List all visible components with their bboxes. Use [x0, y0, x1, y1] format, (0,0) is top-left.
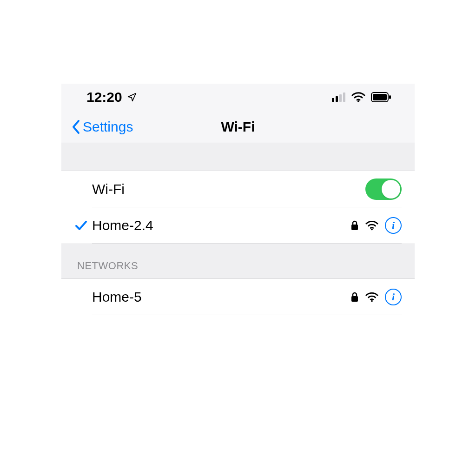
wifi-signal-icon	[365, 220, 378, 231]
checkmark-icon	[70, 218, 92, 232]
info-icon[interactable]: i	[385, 289, 402, 305]
network-row-trailing: i	[345, 289, 402, 305]
svg-rect-6	[373, 94, 387, 100]
svg-rect-3	[343, 93, 345, 102]
svg-rect-7	[389, 95, 391, 99]
lock-icon	[350, 291, 359, 303]
cellular-signal-icon	[332, 93, 346, 102]
status-bar: 12:20	[61, 84, 415, 111]
chevron-left-icon	[72, 119, 81, 134]
connected-network-row[interactable]: Home-2.4 i	[61, 207, 415, 244]
wifi-signal-icon	[365, 292, 378, 302]
wifi-settings-screen: 12:20	[61, 84, 415, 315]
wifi-toggle-label: Wi-Fi	[92, 181, 365, 197]
back-label: Settings	[83, 119, 133, 135]
svg-point-4	[357, 100, 359, 102]
wifi-toggle-switch[interactable]	[365, 178, 402, 200]
nav-bar: Settings Wi-Fi	[61, 111, 415, 143]
network-row-trailing: i	[345, 217, 402, 234]
svg-rect-8	[351, 225, 358, 230]
svg-rect-10	[351, 296, 358, 302]
lock-icon	[350, 220, 359, 231]
back-button[interactable]: Settings	[61, 119, 133, 135]
svg-rect-2	[339, 94, 342, 102]
section-spacer	[61, 143, 415, 171]
location-arrow-icon	[127, 92, 137, 102]
network-name: Home-5	[92, 289, 345, 305]
status-time: 12:20	[86, 89, 122, 105]
page-title: Wi-Fi	[221, 119, 255, 135]
status-bar-left: 12:20	[86, 89, 137, 105]
svg-rect-1	[336, 96, 338, 102]
status-bar-right	[332, 92, 391, 102]
svg-point-11	[371, 300, 373, 302]
network-row[interactable]: Home-5 i	[61, 279, 415, 315]
wifi-icon	[351, 92, 365, 102]
svg-rect-0	[332, 98, 334, 102]
info-icon[interactable]: i	[385, 217, 402, 234]
toggle-thumb	[382, 180, 400, 198]
battery-full-icon	[371, 92, 391, 102]
connected-network-name: Home-2.4	[92, 218, 345, 233]
svg-point-9	[371, 228, 373, 230]
networks-section-header: NETWORKS	[61, 244, 415, 279]
wifi-toggle-row[interactable]: Wi-Fi	[61, 171, 415, 207]
